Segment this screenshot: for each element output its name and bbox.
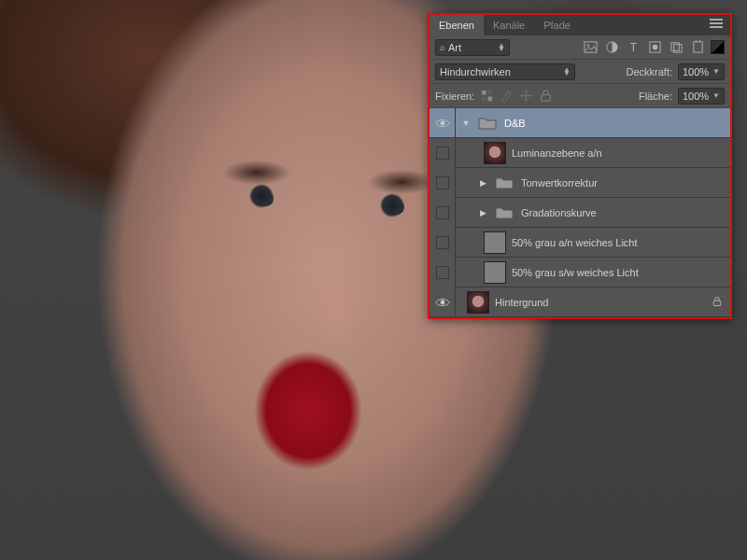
svg-rect-6	[674, 45, 682, 52]
lock-label: Fixieren:	[435, 91, 474, 102]
layer-list: ▼D&BLuminanzebene a/n▶Tonwertkorrektur▶G…	[430, 108, 730, 317]
opacity-value: 100%	[683, 66, 709, 77]
layer-row[interactable]: 50% grau a/n weiches Licht	[430, 228, 730, 258]
filter-row: ⌕ Art ▲▼ T	[430, 35, 730, 60]
filter-label: Art	[448, 42, 461, 53]
lock-position-icon[interactable]	[519, 89, 533, 103]
fill-value: 100%	[683, 91, 709, 102]
svg-rect-7	[694, 42, 702, 52]
layer-thumbnail[interactable]	[484, 261, 506, 284]
panel-tabs: Ebenen Kanäle Pfade	[430, 15, 730, 35]
layer-row[interactable]: 50% grau s/w weiches Licht	[430, 258, 730, 287]
svg-rect-9	[488, 96, 493, 101]
chevron-updown-icon: ▲▼	[498, 44, 505, 51]
layer-name[interactable]: Hintergrund	[495, 297, 548, 308]
layer-name[interactable]: 50% grau a/n weiches Licht	[512, 237, 638, 248]
svg-point-4	[653, 45, 658, 50]
fill-input[interactable]: 100% ▼	[678, 88, 725, 105]
disclosure-triangle-icon[interactable]: ▼	[461, 119, 471, 128]
visibility-toggle[interactable]	[430, 168, 456, 198]
svg-point-13	[440, 120, 444, 125]
svg-rect-5	[671, 43, 679, 50]
chevron-down-icon: ▼	[712, 67, 720, 76]
layer-row[interactable]: ▶Gradationskurve	[430, 198, 730, 228]
color-swatch-icon[interactable]	[711, 40, 725, 54]
fill-label: Fläche:	[639, 91, 672, 102]
blend-mode-dropdown[interactable]: Hindurchwirken ▲▼	[435, 63, 575, 80]
artboard-icon[interactable]	[691, 40, 705, 54]
layer-name[interactable]: D&B	[504, 118, 526, 129]
layers-panel: Ebenen Kanäle Pfade ⌕ Art ▲▼ T Hindurchw…	[428, 13, 732, 319]
visibility-toggle[interactable]	[430, 108, 456, 138]
visibility-toggle[interactable]	[430, 258, 456, 287]
layer-row[interactable]: ▼D&B	[430, 108, 730, 138]
folder-icon	[493, 172, 515, 194]
svg-point-14	[440, 300, 444, 304]
layer-row[interactable]: ▶Tonwertkorrektur	[430, 168, 730, 198]
chevron-down-icon: ▼	[712, 91, 720, 100]
visibility-toggle[interactable]	[430, 287, 456, 317]
visibility-toggle[interactable]	[430, 198, 456, 228]
panel-menu-icon[interactable]	[710, 19, 726, 30]
svg-rect-12	[542, 95, 550, 102]
layer-thumbnail[interactable]	[484, 142, 506, 164]
chevron-updown-icon: ▲▼	[563, 68, 571, 76]
disclosure-triangle-icon[interactable]: ▶	[478, 178, 487, 188]
opacity-input[interactable]: 100% ▼	[678, 63, 725, 80]
layer-name[interactable]: Gradationskurve	[521, 207, 597, 218]
tab-channels[interactable]: Kanäle	[484, 15, 534, 35]
layer-name[interactable]: 50% grau s/w weiches Licht	[512, 267, 639, 278]
layer-row[interactable]: Hintergrund	[430, 287, 730, 317]
lock-pixels-icon[interactable]	[500, 89, 514, 103]
lock-transparency-icon[interactable]	[480, 89, 494, 103]
layer-name[interactable]: Luminanzebene a/n	[512, 147, 602, 159]
visibility-toggle[interactable]	[430, 138, 456, 168]
tab-layers[interactable]: Ebenen	[430, 15, 484, 35]
lock-fill-row: Fixieren: Fläche: 100% ▼	[430, 84, 730, 108]
disclosure-triangle-icon[interactable]: ▶	[478, 208, 487, 217]
svg-point-1	[587, 45, 589, 47]
search-icon: ⌕	[440, 42, 445, 52]
folder-icon	[476, 112, 499, 134]
lock-icon	[712, 296, 723, 309]
layer-thumbnail[interactable]	[467, 291, 489, 314]
svg-rect-15	[713, 301, 721, 305]
visibility-toggle[interactable]	[430, 228, 456, 258]
tab-paths[interactable]: Pfade	[534, 15, 580, 35]
transform-icon[interactable]	[669, 40, 684, 54]
svg-rect-11	[482, 96, 486, 101]
layer-filter-dropdown[interactable]: ⌕ Art ▲▼	[435, 39, 510, 56]
layer-name[interactable]: Tonwertkorrektur	[521, 177, 598, 189]
opacity-label: Deckkraft:	[626, 66, 672, 77]
mask-icon[interactable]	[648, 40, 662, 54]
filter-icon-strip: T	[584, 40, 705, 54]
blend-opacity-row: Hindurchwirken ▲▼ Deckkraft: 100% ▼	[430, 60, 730, 84]
blend-mode-value: Hindurchwirken	[440, 66, 511, 77]
svg-rect-8	[482, 91, 486, 95]
image-icon[interactable]	[584, 40, 598, 54]
folder-icon	[493, 202, 515, 224]
svg-rect-10	[488, 91, 493, 95]
layer-thumbnail[interactable]	[484, 231, 506, 254]
type-icon[interactable]: T	[627, 40, 641, 54]
layer-row[interactable]: Luminanzebene a/n	[430, 138, 730, 168]
lock-all-icon[interactable]	[539, 89, 553, 103]
adjust-icon[interactable]	[605, 40, 619, 54]
